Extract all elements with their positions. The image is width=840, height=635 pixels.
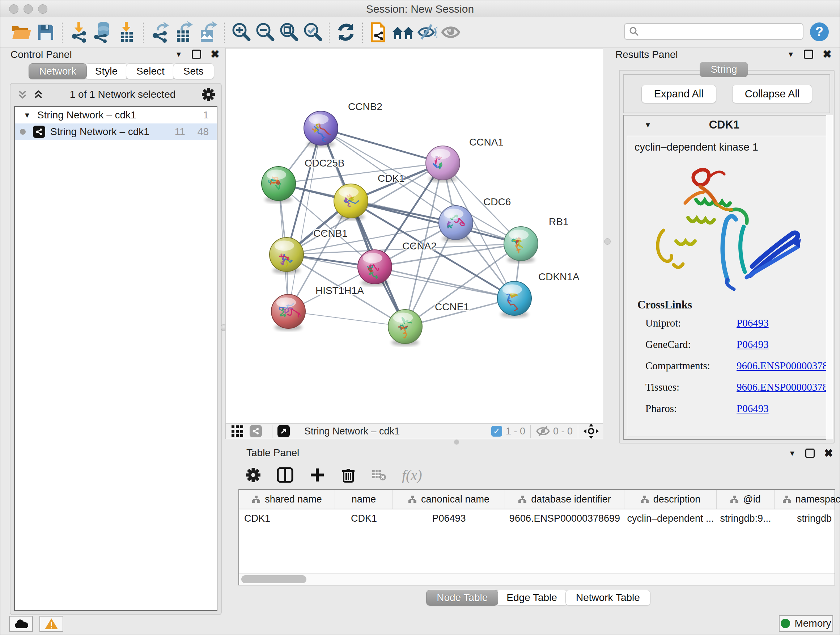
delete-column-icon[interactable]: [341, 467, 355, 483]
gear-icon[interactable]: [202, 88, 215, 101]
tab-sets[interactable]: Sets: [173, 63, 214, 79]
status-separator: [272, 424, 272, 438]
export-table-button[interactable]: [172, 20, 196, 44]
network-selection-status: 1 of 1 Network selected: [44, 89, 202, 100]
column-header--id[interactable]: @id: [717, 490, 775, 509]
tab-style[interactable]: Style: [85, 63, 128, 79]
search-input[interactable]: [639, 26, 803, 38]
table-settings-gear-icon[interactable]: [246, 467, 261, 483]
float-panel-icon[interactable]: [805, 448, 815, 458]
close-panel-icon[interactable]: ✖: [824, 450, 833, 457]
collapse-all-icon[interactable]: [17, 89, 28, 100]
node-entry-header[interactable]: ▼ CDK1: [624, 116, 829, 134]
network-node-CDC6[interactable]: CDC6: [439, 196, 511, 242]
birds-eye-grid-icon[interactable]: [231, 424, 244, 438]
panel-menu-icon[interactable]: ▼: [175, 50, 182, 59]
crosslink-link[interactable]: P06493: [737, 317, 769, 329]
expand-all-button[interactable]: Expand All: [641, 85, 716, 103]
memory-button[interactable]: Memory: [779, 615, 833, 632]
import-table-button[interactable]: [115, 20, 139, 44]
close-panel-icon[interactable]: ✖: [210, 51, 219, 58]
tree-expand-icon[interactable]: ▼: [24, 111, 31, 119]
tab-network[interactable]: Network: [28, 63, 87, 79]
entry-collapse-icon[interactable]: ▼: [644, 121, 652, 129]
export-image-button[interactable]: [196, 20, 219, 44]
node-label-CDC6: CDC6: [483, 196, 511, 207]
warnings-button[interactable]: [39, 616, 63, 632]
open-in-new-window-button[interactable]: [278, 425, 290, 437]
panel-menu-icon[interactable]: ▼: [789, 449, 796, 458]
network-view-badge[interactable]: [249, 425, 262, 437]
table-horizontal-scrollbar[interactable]: [239, 573, 835, 585]
network-view[interactable]: CCNB2CCNA1CDC25BCDK1CDC6RB1CCNB1CCNA2CDK…: [225, 48, 603, 423]
column-header-database-identifier[interactable]: database identifier: [505, 490, 624, 509]
import-network-from-database-button[interactable]: [91, 20, 115, 44]
save-icon: [36, 23, 55, 41]
pan-crosshair-icon[interactable]: [583, 423, 599, 439]
network-node-CCNA1[interactable]: CCNA1: [426, 136, 504, 182]
add-column-icon[interactable]: [309, 467, 325, 483]
import-database-icon: [93, 21, 113, 43]
float-panel-icon[interactable]: [804, 50, 813, 59]
network-edge-HIST1H1A-CCNE1[interactable]: [288, 311, 405, 326]
network-node-CDKN1A[interactable]: CDKN1A: [497, 271, 579, 318]
zoom-selected-button[interactable]: [301, 20, 325, 44]
zoom-fit-button[interactable]: [277, 20, 301, 44]
cloud-status-button[interactable]: [9, 616, 33, 632]
tab-edge-table[interactable]: Edge Table: [496, 590, 568, 606]
crosslink-link[interactable]: P06493: [737, 339, 769, 350]
refresh-button[interactable]: [334, 20, 358, 44]
column-header-description[interactable]: description: [624, 490, 717, 509]
main-toolbar: ?: [0, 17, 840, 48]
open-session-button[interactable]: [10, 20, 34, 44]
network-canvas[interactable]: CCNB2CCNA1CDC25BCDK1CDC6RB1CCNB1CCNA2CDK…: [226, 49, 603, 423]
zoom-out-button[interactable]: [253, 20, 277, 44]
column-header-name[interactable]: name: [335, 490, 393, 509]
crosslink-link[interactable]: 9606.ENSP00000378699: [737, 381, 827, 393]
file-network-icon: [370, 21, 388, 43]
hidden-counts: 0 - 0: [553, 426, 573, 437]
import-network-icon: [69, 21, 88, 43]
help-button[interactable]: ?: [810, 22, 829, 41]
results-panel-controls: ▼ ✖: [787, 50, 832, 59]
export-network-button[interactable]: [148, 20, 172, 44]
column-header-namespace[interactable]: namespace: [775, 490, 840, 509]
string-import-button[interactable]: [367, 20, 391, 44]
show-columns-icon[interactable]: [277, 467, 294, 483]
tab-string[interactable]: String: [699, 62, 748, 77]
network-row-selected[interactable]: String Network – cdk1 11 48: [15, 124, 217, 140]
close-panel-icon[interactable]: ✖: [823, 51, 832, 58]
hide-selected-button[interactable]: [415, 20, 439, 44]
vertical-splitter-handle[interactable]: [604, 238, 611, 245]
network-collection-row[interactable]: ▼ String Network – cdk1 1: [15, 107, 217, 124]
float-panel-icon[interactable]: [192, 50, 201, 59]
expand-all-icon[interactable]: [33, 89, 44, 100]
column-header-shared-name[interactable]: shared name: [239, 490, 335, 509]
table-row[interactable]: CDK1CDK1P064939606.ENSP00000378699cyclin…: [239, 509, 835, 527]
network-list: ▼ String Network – cdk1 1 String Network…: [14, 106, 218, 611]
horizontal-splitter-handle[interactable]: [454, 440, 459, 445]
crosslink-row: Tissues:9606.ENSP00000378699: [638, 381, 827, 393]
save-session-button[interactable]: [34, 20, 57, 44]
import-network-button[interactable]: [67, 20, 91, 44]
selected-checkbox-icon[interactable]: ✓: [491, 426, 502, 437]
tab-node-table[interactable]: Node Table: [426, 590, 498, 606]
collapse-all-button[interactable]: Collapse All: [732, 85, 813, 103]
crosslink-link[interactable]: 9606.ENSP00000378699: [737, 360, 827, 372]
show-all-button[interactable]: [439, 20, 463, 44]
column-header-canonical-name[interactable]: canonical name: [393, 490, 505, 509]
network-node-HIST1H1A[interactable]: HIST1H1A: [271, 285, 364, 331]
scrollbar-thumb[interactable]: [241, 575, 306, 583]
eye-slash-icon: [416, 23, 437, 41]
node-label-CCNA1: CCNA1: [469, 136, 504, 148]
network-node-CCNE1[interactable]: CCNE1: [388, 301, 469, 346]
network-node-CDK1[interactable]: CDK1: [334, 173, 405, 220]
network-node-RB1[interactable]: RB1: [504, 216, 568, 263]
results-scrollbar[interactable]: [826, 115, 833, 440]
crosslink-link[interactable]: P06493: [737, 402, 769, 415]
zoom-in-button[interactable]: [229, 20, 253, 44]
panel-menu-icon[interactable]: ▼: [787, 50, 794, 59]
tab-network-table[interactable]: Network Table: [565, 590, 651, 606]
tab-select[interactable]: Select: [126, 63, 175, 79]
home-layout-button[interactable]: [391, 20, 415, 44]
